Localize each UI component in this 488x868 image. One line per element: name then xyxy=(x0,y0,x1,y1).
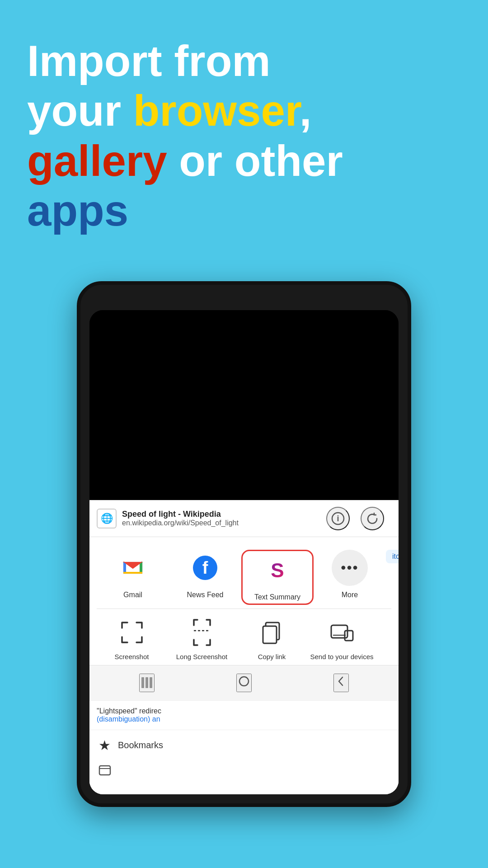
page-title: Speed of light - Wikipedia xyxy=(122,509,314,519)
send-devices-icon xyxy=(326,616,358,649)
address-text: Speed of light - Wikipedia en.wikipedia.… xyxy=(122,509,314,527)
gmail-label: Gmail xyxy=(123,590,142,600)
webpage-link: (disambiguation) an xyxy=(97,715,160,723)
svg-rect-17 xyxy=(141,677,144,688)
screenshot-label: Screenshot xyxy=(115,652,149,661)
browser-chrome: 🌐 Speed of light - Wikipedia en.wikipedi… xyxy=(89,500,399,794)
share-screenshot[interactable]: Screenshot xyxy=(97,616,167,661)
screen-content xyxy=(89,310,399,500)
svg-rect-8 xyxy=(119,620,145,645)
webpage-text-1: "Lightspeed" redirec xyxy=(97,707,161,715)
page-url: en.wikipedia.org/wiki/Speed_of_light xyxy=(122,519,314,527)
share-send-devices[interactable]: Send to your devices xyxy=(307,616,377,661)
svg-text:i: i xyxy=(337,514,339,523)
facebook-label: News Feed xyxy=(187,590,224,600)
refresh-button[interactable] xyxy=(361,507,384,530)
recent-tabs-row[interactable] xyxy=(89,760,399,790)
hero-line4: apps xyxy=(27,186,128,235)
share-q[interactable]: Q Q xyxy=(377,616,399,661)
facebook-icon: f xyxy=(187,550,223,586)
webpage-preview: "Lightspeed" redirec (disambiguation) an xyxy=(89,700,399,730)
share-row-1: Gmail f News Feed xyxy=(89,546,399,609)
nav-bar xyxy=(89,665,399,700)
share-more[interactable]: ••• More xyxy=(314,550,386,600)
nav-back[interactable] xyxy=(333,674,349,692)
globe-icon: 🌐 xyxy=(97,509,117,528)
nav-recent-apps[interactable] xyxy=(139,674,155,692)
screenshot-icon xyxy=(116,616,148,649)
phone-frame: 🌐 Speed of light - Wikipedia en.wikipedi… xyxy=(77,281,411,807)
svg-rect-21 xyxy=(99,766,110,775)
share-facebook[interactable]: f News Feed xyxy=(169,550,241,600)
text-summary-label: Text Summary xyxy=(254,593,300,602)
copy-link-icon xyxy=(256,616,288,649)
address-bar: 🌐 Speed of light - Wikipedia en.wikipedi… xyxy=(89,500,399,537)
nav-home[interactable] xyxy=(236,674,252,692)
hero-heading: Import from your browser, gallery or oth… xyxy=(27,36,461,236)
phone-container: 🌐 Speed of light - Wikipedia en.wikipedi… xyxy=(0,281,488,807)
phone-notch xyxy=(217,294,271,307)
copy-link-label: Copy link xyxy=(258,652,286,661)
long-screenshot-icon xyxy=(186,616,218,649)
bookmarks-row[interactable]: ★ Bookmarks xyxy=(89,730,399,760)
bookmarks-star-icon: ★ xyxy=(99,737,111,753)
share-row-2: Screenshot xyxy=(89,609,399,665)
hero-section: Import from your browser, gallery or oth… xyxy=(0,0,488,263)
hero-line2: your browser, xyxy=(27,86,312,135)
send-devices-label: Send to your devices xyxy=(310,652,373,661)
text-summary-icon: S xyxy=(260,553,295,588)
phone-screen: 🌐 Speed of light - Wikipedia en.wikipedi… xyxy=(89,310,399,794)
svg-rect-5 xyxy=(123,572,142,574)
share-gmail[interactable]: Gmail xyxy=(97,550,169,600)
more-icon: ••• xyxy=(332,550,368,586)
svg-text:f: f xyxy=(202,558,208,577)
long-screenshot-label: Long Screenshot xyxy=(176,652,227,661)
hero-line1: Import from xyxy=(27,37,271,85)
browser-actions: i xyxy=(319,507,391,530)
svg-rect-18 xyxy=(145,677,148,688)
svg-rect-20 xyxy=(239,677,249,686)
share-menu: Gmail f News Feed xyxy=(89,537,399,794)
share-copy-link[interactable]: Copy link xyxy=(237,616,307,661)
gmail-icon xyxy=(115,550,151,586)
recent-tabs-icon xyxy=(99,765,111,781)
svg-rect-13 xyxy=(345,631,353,641)
more-label: More xyxy=(342,590,358,600)
share-text-summary[interactable]: S Text Summary xyxy=(241,550,314,605)
share-long-screenshot[interactable]: Long Screenshot xyxy=(167,616,237,661)
info-button[interactable]: i xyxy=(326,507,350,530)
svg-rect-19 xyxy=(150,677,152,688)
q-icon: Q xyxy=(396,616,399,649)
svg-rect-11 xyxy=(263,626,277,643)
bookmarks-label: Bookmarks xyxy=(118,740,163,750)
hero-line3: gallery or other xyxy=(27,137,343,185)
tab-indicator: ito tab xyxy=(386,550,399,563)
